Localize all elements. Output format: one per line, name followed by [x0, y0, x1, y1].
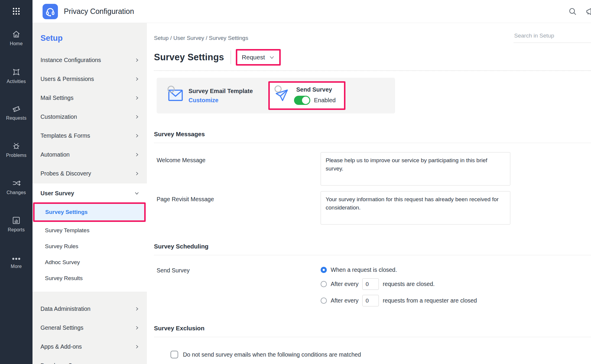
privacy-configuration-page: Home Activities Requests Problems: [0, 0, 591, 364]
sidebar-bottom-group: Data Administration General Settings App…: [33, 299, 147, 364]
sidebar-item-label: Probes & Discovery: [40, 170, 91, 177]
exclusion-checkbox-row: Do not send survey emails when the follo…: [171, 351, 591, 358]
rail-label: Activities: [7, 79, 26, 84]
radio-option-after-every-requester-requests: After every requests from a requester ar…: [321, 295, 477, 306]
app-grid-icon[interactable]: [0, 6, 33, 17]
app-logo: [43, 4, 58, 19]
rail-item-requests[interactable]: Requests: [0, 104, 33, 121]
headset-icon: [45, 6, 56, 17]
sidebar-item-users-permissions[interactable]: Users & Permissions: [33, 69, 147, 88]
rail-item-home[interactable]: Home: [0, 30, 33, 46]
chevron-right-icon: [135, 152, 139, 157]
sidebar-item-data-administration[interactable]: Data Administration: [33, 299, 147, 318]
survey-exclusion-title: Survey Exclusion: [154, 325, 591, 332]
sidebar-item-label: Templates & Forms: [40, 132, 90, 139]
rail-label: Requests: [6, 116, 26, 121]
sidebar-item-survey-rules[interactable]: Survey Rules: [33, 238, 147, 254]
radio-option-label: When a request is closed.: [331, 266, 397, 273]
megaphone-icon[interactable]: [585, 6, 591, 17]
rail-item-problems[interactable]: Problems: [0, 141, 33, 158]
survey-template-card: Survey Email Template Customize Send Sur…: [157, 78, 395, 113]
sidebar-item-label: Survey Templates: [45, 227, 90, 234]
rail-label: Problems: [6, 153, 26, 158]
bug-icon: [12, 141, 21, 151]
chevron-right-icon: [135, 307, 139, 311]
survey-scheduling-title: Survey Scheduling: [154, 243, 591, 250]
chevron-right-icon: [135, 171, 139, 176]
rail-item-more[interactable]: More: [0, 256, 33, 269]
survey-exclusion-section: Survey Exclusion Do not send survey emai…: [154, 325, 591, 358]
rail-item-activities[interactable]: Activities: [0, 67, 33, 84]
chevron-right-icon: [135, 58, 139, 62]
sidebar-item-label: Developer Space: [40, 362, 85, 364]
radio-option-label-pre: After every: [331, 297, 358, 304]
sidebar-item-user-survey[interactable]: User Survey: [33, 185, 147, 202]
breadcrumb[interactable]: Setup / User Survey / Survey Settings: [154, 35, 248, 41]
exclusion-checkbox-label: Do not send survey emails when the follo…: [183, 351, 361, 358]
send-survey-toggle[interactable]: [294, 96, 310, 105]
sidebar-item-survey-settings[interactable]: Survey Settings: [35, 204, 144, 220]
setup-sidebar: Setup Instance Configurations Users & Pe…: [33, 23, 147, 364]
sidebar-heading: Setup: [40, 34, 147, 43]
send-survey-status: Enabled: [314, 97, 336, 104]
sidebar-item-adhoc-survey[interactable]: Adhoc Survey: [33, 254, 147, 270]
sidebar-item-general-settings[interactable]: General Settings: [33, 318, 147, 337]
sidebar-item-apps-addons[interactable]: Apps & Add-ons: [33, 337, 147, 356]
module-dropdown[interactable]: Request: [236, 49, 280, 66]
annotation-box-survey-settings: Survey Settings: [33, 202, 146, 222]
requests-count-input[interactable]: [362, 278, 379, 290]
radio-button[interactable]: [321, 298, 327, 304]
sidebar-item-customization[interactable]: Customization: [33, 107, 147, 126]
rail-label: Home: [10, 41, 22, 46]
send-survey-title: Send Survey: [296, 86, 332, 93]
chevron-right-icon: [135, 134, 139, 138]
sidebar-item-label: Survey Rules: [45, 243, 78, 250]
page-revisit-message-textarea[interactable]: Your survey information for this request…: [321, 191, 510, 225]
activities-icon: [12, 67, 21, 77]
search-in-setup-input[interactable]: [514, 31, 591, 43]
send-survey-options: When a request is closed. After every re…: [321, 264, 477, 306]
radio-button[interactable]: [321, 267, 327, 273]
rail-label: Reports: [8, 227, 25, 233]
sidebar-item-label: Automation: [40, 151, 70, 158]
radio-button[interactable]: [321, 281, 327, 287]
sidebar-item-label: Adhoc Survey: [45, 259, 80, 266]
search-icon[interactable]: [568, 7, 577, 16]
radio-option-label-post: requests from a requester are closed: [383, 297, 477, 304]
topbar-actions: [558, 0, 591, 23]
section-divider: [154, 255, 591, 255]
setup-search: [514, 31, 591, 43]
sidebar-item-automation[interactable]: Automation: [33, 145, 147, 164]
exclusion-checkbox[interactable]: [171, 351, 178, 358]
sidebar-item-label: Apps & Add-ons: [40, 343, 82, 350]
sidebar-item-developer-space[interactable]: Developer Space: [33, 356, 147, 364]
sidebar-item-survey-results[interactable]: Survey Results: [33, 270, 147, 286]
survey-scheduling-section: Survey Scheduling Send Survey When a req…: [154, 243, 591, 306]
sidebar-item-instance-configurations[interactable]: Instance Configurations: [33, 51, 147, 69]
section-divider: [154, 143, 591, 143]
sidebar-item-templates-forms[interactable]: Templates & Forms: [33, 126, 147, 145]
welcome-message-label: Welcome Message: [154, 152, 321, 164]
chevron-down-icon: [134, 191, 139, 196]
title-row: Survey Settings Request: [154, 49, 591, 66]
paper-plane-icon: [274, 87, 289, 104]
sidebar-item-mail-settings[interactable]: Mail Settings: [33, 88, 147, 107]
customize-link[interactable]: Customize: [189, 97, 253, 104]
radio-option-after-every-requests: After every requests are closed.: [321, 278, 477, 290]
chevron-right-icon: [135, 96, 139, 100]
rail-item-reports[interactable]: Reports: [0, 216, 33, 233]
sidebar-item-label: Mail Settings: [40, 95, 74, 101]
annotation-box-send-survey: Send Survey Enabled: [268, 81, 345, 110]
rail-label: More: [11, 264, 22, 269]
sidebar-item-survey-templates[interactable]: Survey Templates: [33, 222, 147, 238]
rail-item-changes[interactable]: Changes: [0, 178, 33, 195]
main-content: Setup / User Survey / Survey Settings Su…: [147, 23, 591, 364]
welcome-message-textarea[interactable]: Please help us to improve our service by…: [321, 152, 510, 186]
home-icon: [12, 30, 21, 39]
sidebar-item-label: Instance Configurations: [40, 57, 101, 64]
chevron-right-icon: [135, 115, 139, 119]
requester-requests-count-input[interactable]: [362, 295, 379, 306]
page-title: Survey Settings: [154, 52, 224, 63]
sidebar-item-probes-discovery[interactable]: Probes & Discovery: [33, 164, 147, 183]
breadcrumb-row: Setup / User Survey / Survey Settings: [154, 23, 591, 41]
